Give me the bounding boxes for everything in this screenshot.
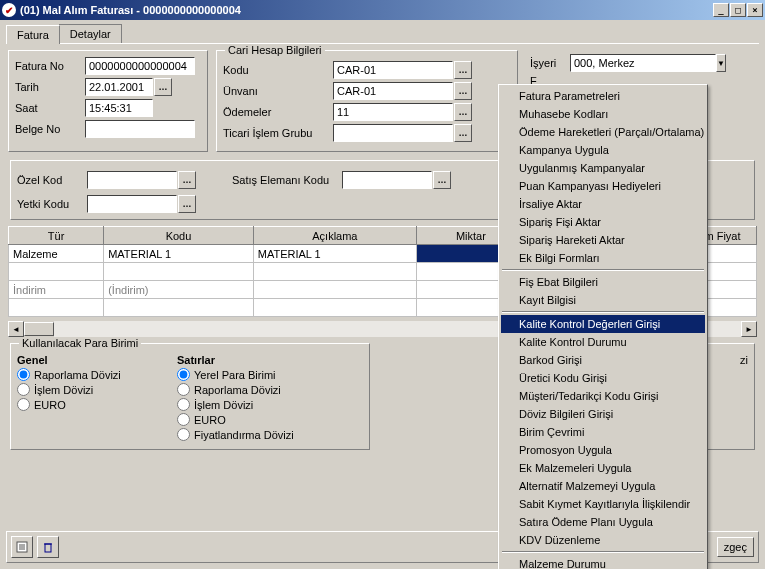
cari-unvani-lookup[interactable]: … <box>454 82 472 100</box>
mi-satira-odeme-plani[interactable]: Satıra Ödeme Planı Uygula <box>501 513 705 531</box>
radio-raporlama-satir[interactable]: Raporlama Dövizi <box>177 383 294 396</box>
cari-kodu-label: Kodu <box>223 64 333 76</box>
minimize-button[interactable]: _ <box>713 3 729 17</box>
mi-odeme-hareketleri[interactable]: Ödeme Hareketleri (Parçalı/Ortalama) <box>501 123 705 141</box>
fatura-no-label: Fatura No <box>15 60 85 72</box>
mi-doviz-bilgileri[interactable]: Döviz Bilgileri Girişi <box>501 405 705 423</box>
mi-uygulanmis-kampanyalar[interactable]: Uygulanmış Kampanyalar <box>501 159 705 177</box>
scroll-left-button[interactable]: ◄ <box>8 321 24 337</box>
mi-muhasebe-kodlari[interactable]: Muhasebe Kodları <box>501 105 705 123</box>
yetki-kodu-label: Yetki Kodu <box>17 198 87 210</box>
mi-puan-kampanyasi[interactable]: Puan Kampanyası Hediyeleri <box>501 177 705 195</box>
scroll-right-button[interactable]: ► <box>741 321 757 337</box>
radio-islem-dovizi-genel[interactable]: İşlem Dövizi <box>17 383 167 396</box>
ozel-kod-lookup[interactable]: … <box>178 171 196 189</box>
satis-eleman-lookup[interactable]: … <box>433 171 451 189</box>
notes-icon <box>16 541 28 553</box>
close-button[interactable]: × <box>747 3 763 17</box>
menu-separator <box>502 311 704 313</box>
radio-raporlama-dovizi-genel[interactable]: Raporlama Dövizi <box>17 368 167 381</box>
satis-eleman-label: Satış Elemanı Kodu <box>232 174 342 186</box>
mi-promosyon-uygula[interactable]: Promosyon Uygula <box>501 441 705 459</box>
cari-ticari-input[interactable] <box>333 124 453 142</box>
title-bar: ✔ (01) Mal Alım Faturası - 0000000000000… <box>0 0 765 20</box>
mi-musteri-tedarikci[interactable]: Müşteri/Tedarikçi Kodu Girişi <box>501 387 705 405</box>
cari-odemeler-lookup[interactable]: … <box>454 103 472 121</box>
tarih-picker-button[interactable]: … <box>154 78 172 96</box>
isyeri-label: İşyeri <box>530 57 570 69</box>
tab-fatura[interactable]: Fatura <box>6 25 60 44</box>
svg-rect-4 <box>45 544 51 552</box>
ozel-kod-input[interactable] <box>87 171 177 189</box>
mi-barkod-girisi[interactable]: Barkod Girişi <box>501 351 705 369</box>
col-tur[interactable]: Tür <box>9 227 104 245</box>
cari-kodu-lookup[interactable]: … <box>454 61 472 79</box>
genel-legend: Genel <box>17 354 167 366</box>
satirlar-legend: Satırlar <box>177 354 294 366</box>
para-birimi-group: Kullanılacak Para Birimi Genel Raporlama… <box>10 343 370 450</box>
col-aciklama[interactable]: Açıklama <box>253 227 416 245</box>
ozel-kod-label: Özel Kod <box>17 174 87 186</box>
mi-kampanya-uygula[interactable]: Kampanya Uygula <box>501 141 705 159</box>
fatura-no-input[interactable] <box>85 57 195 75</box>
para-legend: Kullanılacak Para Birimi <box>19 337 141 349</box>
mi-uretici-kodu[interactable]: Üretici Kodu Girişi <box>501 369 705 387</box>
radio-fiyatlandirma[interactable]: Fiyatlandırma Dövizi <box>177 428 294 441</box>
mi-sabit-kiymet[interactable]: Sabit Kıymet Kayıtlarıyla İlişkilendir <box>501 495 705 513</box>
tab-detaylar[interactable]: Detaylar <box>59 24 122 43</box>
radio-euro-genel[interactable]: EURO <box>17 398 167 411</box>
saat-input[interactable] <box>85 99 153 117</box>
tab-strip: Fatura Detaylar <box>0 20 765 43</box>
mi-kalite-kontrol-degerleri[interactable]: Kalite Kontrol Değerleri Girişi <box>501 315 705 333</box>
mi-fatura-parametreleri[interactable]: Fatura Parametreleri <box>501 87 705 105</box>
mi-siparis-hareketi-aktar[interactable]: Sipariş Hareketi Aktar <box>501 231 705 249</box>
mi-birim-cevrimi[interactable]: Birim Çevrimi <box>501 423 705 441</box>
belge-input[interactable] <box>85 120 195 138</box>
window-title: (01) Mal Alım Faturası - 000000000000000… <box>20 4 713 16</box>
mi-ek-malzemeleri[interactable]: Ek Malzemeleri Uygula <box>501 459 705 477</box>
yetki-kodu-input[interactable] <box>87 195 177 213</box>
cari-ticari-label: Ticari İşlem Grubu <box>223 127 333 139</box>
tarih-input[interactable] <box>85 78 153 96</box>
radio-yerel-para[interactable]: Yerel Para Birimi <box>177 368 294 381</box>
radio-euro-satir[interactable]: EURO <box>177 413 294 426</box>
right-doviz-suffix: zi <box>740 354 748 366</box>
cari-ticari-lookup[interactable]: … <box>454 124 472 142</box>
radio-islem-satir[interactable]: İşlem Dövizi <box>177 398 294 411</box>
yetki-kodu-lookup[interactable]: … <box>178 195 196 213</box>
context-menu[interactable]: Fatura Parametreleri Muhasebe Kodları Öd… <box>498 84 708 569</box>
app-icon: ✔ <box>2 3 16 17</box>
mi-fis-ebat[interactable]: Fiş Ebat Bilgileri <box>501 273 705 291</box>
belge-label: Belge No <box>15 123 85 135</box>
mi-kalite-kontrol-durumu[interactable]: Kalite Kontrol Durumu <box>501 333 705 351</box>
col-kodu[interactable]: Kodu <box>104 227 254 245</box>
mi-siparis-fisi-aktar[interactable]: Sipariş Fişi Aktar <box>501 213 705 231</box>
cari-odemeler-label: Ödemeler <box>223 106 333 118</box>
trash-icon <box>42 541 54 553</box>
mi-kayit-bilgisi[interactable]: Kayıt Bilgisi <box>501 291 705 309</box>
saat-label: Saat <box>15 102 85 114</box>
cari-unvani-label: Ünvanı <box>223 85 333 97</box>
cari-kodu-input[interactable] <box>333 61 453 79</box>
menu-separator <box>502 269 704 271</box>
scroll-thumb[interactable] <box>24 322 54 336</box>
mi-irsaliye-aktar[interactable]: İrsaliye Aktar <box>501 195 705 213</box>
notes-icon-button[interactable] <box>11 536 33 558</box>
isyeri-combo[interactable] <box>570 54 716 72</box>
menu-separator <box>502 551 704 553</box>
cari-odemeler-input[interactable] <box>333 103 453 121</box>
maximize-button[interactable]: □ <box>730 3 746 17</box>
mi-kdv-duzenleme[interactable]: KDV Düzenleme <box>501 531 705 549</box>
vazgec-button[interactable]: zgeç <box>717 537 754 557</box>
cari-legend: Cari Hesap Bilgileri <box>225 44 325 56</box>
mi-malzeme-durumu[interactable]: Malzeme Durumu <box>501 555 705 569</box>
mi-alternatif-malzeme[interactable]: Alternatif Malzemeyi Uygula <box>501 477 705 495</box>
cari-hesap-group: Cari Hesap Bilgileri Kodu … Ünvanı … Öde… <box>216 50 518 152</box>
mi-ek-bilgi-formlari[interactable]: Ek Bilgi Formları <box>501 249 705 267</box>
tarih-label: Tarih <box>15 81 85 93</box>
cari-unvani-input[interactable] <box>333 82 453 100</box>
satis-eleman-input[interactable] <box>342 171 432 189</box>
isyeri-dropdown-button[interactable]: ▼ <box>716 54 726 72</box>
delete-icon-button[interactable] <box>37 536 59 558</box>
